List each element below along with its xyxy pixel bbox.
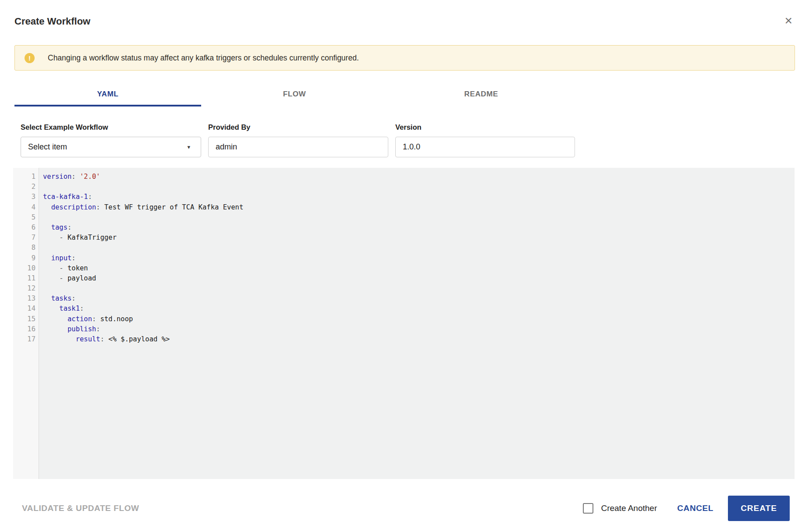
warning-banner: ! Changing a workflow status may affect …	[14, 45, 795, 71]
tab-flow[interactable]: FLOW	[201, 83, 388, 106]
provided-by-field: Provided By	[208, 123, 388, 157]
warning-text: Changing a workflow status may affect an…	[48, 53, 359, 63]
warning-icon: !	[25, 53, 35, 63]
code-line: tca-kafka-1:	[43, 192, 795, 202]
code-line	[43, 213, 795, 223]
cancel-button[interactable]: CANCEL	[677, 504, 713, 513]
line-number: 8	[13, 243, 39, 253]
page-title: Create Workflow	[14, 16, 90, 27]
line-number: 16	[13, 324, 39, 334]
code-editor[interactable]: 1234567891011121314151617 version: '2.0'…	[13, 168, 795, 479]
form-row: Select Example Workflow Select item ▾ Pr…	[21, 123, 582, 157]
example-workflow-select[interactable]: Select item ▾	[21, 137, 201, 157]
line-number: 1	[13, 172, 39, 182]
code-line	[43, 243, 795, 253]
code-line: - KafkaTrigger	[43, 233, 795, 243]
code-line: - payload	[43, 273, 795, 284]
code-line: tasks:	[43, 294, 795, 304]
chevron-down-icon: ▾	[187, 144, 190, 150]
create-another-label: Create Another	[601, 504, 657, 513]
code-line: input:	[43, 253, 795, 263]
line-number: 5	[13, 213, 39, 223]
version-input[interactable]	[395, 137, 575, 157]
code-line	[43, 182, 795, 192]
code-line: description: Test WF trigger of TCA Kafk…	[43, 202, 795, 213]
create-workflow-modal: Create Workflow × ! Changing a workflow …	[0, 0, 809, 532]
line-number-gutter: 1234567891011121314151617	[13, 168, 39, 479]
line-number: 6	[13, 223, 39, 233]
select-value: Select item	[28, 142, 67, 152]
line-number: 9	[13, 253, 39, 263]
create-another-checkbox[interactable]	[583, 503, 593, 514]
tab-readme[interactable]: README	[388, 83, 575, 106]
yaml-code-area[interactable]: version: '2.0' tca-kafka-1: description:…	[39, 168, 795, 479]
validate-update-flow-button[interactable]: VALIDATE & UPDATE FLOW	[22, 504, 139, 513]
tab-bar: YAML FLOW README	[14, 83, 575, 106]
code-line: result: <% $.payload %>	[43, 334, 795, 344]
modal-footer: VALIDATE & UPDATE FLOW Create Another CA…	[0, 479, 809, 532]
code-line: action: std.noop	[43, 314, 795, 324]
line-number: 2	[13, 182, 39, 192]
code-line: task1:	[43, 304, 795, 314]
line-number: 10	[13, 263, 39, 273]
line-number: 13	[13, 294, 39, 304]
code-line: - token	[43, 263, 795, 273]
code-line	[43, 284, 795, 294]
code-line: publish:	[43, 324, 795, 334]
footer-actions: Create Another CANCEL CREATE	[583, 496, 790, 521]
version-field: Version	[395, 123, 575, 157]
provided-by-input[interactable]	[208, 137, 388, 157]
example-workflow-field: Select Example Workflow Select item ▾	[21, 123, 201, 157]
line-number: 12	[13, 284, 39, 294]
version-label: Version	[395, 123, 575, 131]
line-number: 3	[13, 192, 39, 202]
provided-by-label: Provided By	[208, 123, 388, 131]
tab-yaml[interactable]: YAML	[14, 83, 201, 106]
code-line: tags:	[43, 223, 795, 233]
line-number: 7	[13, 233, 39, 243]
line-number: 11	[13, 273, 39, 284]
close-icon[interactable]: ×	[784, 14, 792, 27]
example-workflow-label: Select Example Workflow	[21, 123, 201, 131]
line-number: 14	[13, 304, 39, 314]
line-number: 4	[13, 202, 39, 213]
line-number: 17	[13, 334, 39, 344]
code-line: version: '2.0'	[43, 172, 795, 182]
create-button[interactable]: CREATE	[728, 496, 790, 521]
line-number: 15	[13, 314, 39, 324]
